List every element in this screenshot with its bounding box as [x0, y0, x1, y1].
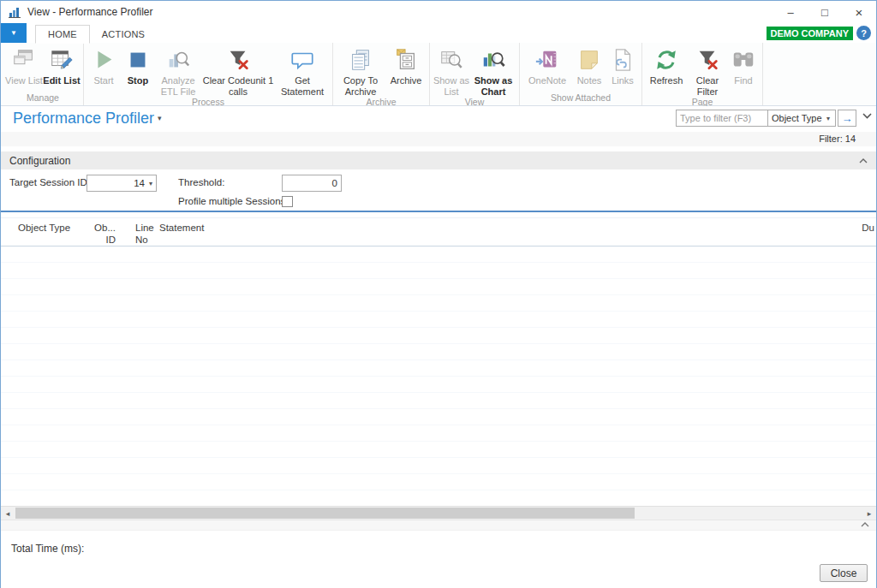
scroll-right-icon[interactable]: ▸ [862, 507, 876, 520]
ribbon-group-process: Start Stop [84, 43, 333, 105]
links-icon [610, 46, 635, 74]
ribbon-group-manage: View List Edit List Manage [3, 43, 84, 105]
collapse-configuration-chevron-icon[interactable] [859, 158, 868, 163]
profile-multiple-sessions-checkbox[interactable] [282, 196, 293, 207]
app-menu-button[interactable]: ▼ [1, 23, 27, 43]
target-session-id-select[interactable]: 14 ▾ [87, 175, 157, 192]
clear-filter-button[interactable]: Clear Filter [688, 43, 727, 97]
factbox-collapse-strip [1, 520, 876, 530]
refresh-icon [653, 46, 679, 74]
onenote-button[interactable]: OneNote [522, 43, 572, 86]
column-header-statement[interactable]: Statement [159, 222, 204, 234]
clear-filter-icon [695, 46, 720, 74]
links-button[interactable]: Links [606, 43, 639, 86]
view-list-button[interactable]: View List [5, 43, 43, 86]
apply-filter-button[interactable]: → [838, 110, 856, 127]
group-label-show-attached: Show Attached [522, 92, 639, 105]
stop-button[interactable]: Stop [121, 43, 155, 86]
ribbon-group-archive: Copy To Archive Archive [333, 43, 430, 105]
file-cabinet-icon [393, 46, 419, 74]
close-window-button[interactable]: × [842, 1, 876, 23]
column-header-duration[interactable]: Du [862, 222, 874, 234]
ribbon-tab-row: ▼ HOME ACTIONS DEMO COMPANY ? [1, 23, 876, 43]
speech-bubble-icon [289, 46, 315, 74]
notes-button[interactable]: Notes [572, 43, 606, 86]
analyze-etl-file-button[interactable]: Analyze ETL File [155, 43, 201, 97]
company-badge: DEMO COMPANY [767, 27, 853, 40]
close-button[interactable]: Close [820, 564, 868, 582]
configuration-section-title: Configuration [9, 155, 70, 167]
page-title-caret-icon[interactable]: ▾ [158, 114, 162, 122]
bar-chart-app-icon [8, 5, 21, 19]
sticky-note-icon [576, 46, 602, 74]
stop-icon [125, 46, 151, 74]
collapse-totals-chevron-icon[interactable] [861, 522, 869, 527]
scrollbar-thumb[interactable] [15, 508, 635, 519]
chevron-down-icon: ▾ [149, 180, 152, 187]
ribbon-group-page: Refresh Clear Filter [642, 43, 763, 105]
clear-codeunit-1-calls-button[interactable]: Clear Codeunit 1 calls [201, 43, 275, 97]
page-header: Performance Profiler▾ Object Type▾ → [1, 106, 876, 132]
expand-filter-pane-chevron-icon[interactable] [862, 113, 872, 119]
start-icon [91, 46, 116, 74]
page-title: Performance Profiler▾ [13, 110, 162, 128]
title-bar: View - Performance Profiler – □ × [1, 1, 876, 23]
edit-list-button[interactable]: Edit List [43, 43, 81, 86]
ribbon: View List Edit List Manage [1, 43, 876, 106]
copy-to-archive-button[interactable]: Copy To Archive [336, 43, 385, 97]
chevron-down-icon: ▾ [826, 115, 832, 122]
tab-home[interactable]: HOME [35, 25, 90, 44]
filter-summary: Filter: 14 [1, 132, 876, 146]
configuration-section-body: Target Session ID: 14 ▾ Threshold: Profi… [1, 169, 876, 212]
clear-filter-funnel-icon [225, 46, 251, 74]
results-table-header: Object Type Ob... ID Line No Statement D… [1, 217, 876, 246]
scroll-left-icon[interactable]: ◂ [1, 507, 15, 520]
archive-button[interactable]: Archive [385, 43, 427, 86]
threshold-field[interactable] [282, 175, 342, 192]
show-as-list-icon [438, 46, 464, 74]
column-header-object-id[interactable]: Ob... ID [81, 222, 116, 246]
help-icon[interactable]: ? [856, 26, 871, 40]
results-grid[interactable] [1, 246, 876, 506]
filter-input[interactable] [676, 110, 768, 127]
column-header-line-no[interactable]: Line No [135, 222, 154, 246]
configuration-section-header[interactable]: Configuration [1, 151, 876, 169]
minimize-button[interactable]: – [773, 1, 808, 23]
ribbon-group-view: Show as List Show as Chart [430, 43, 520, 105]
filter-column-select[interactable]: Object Type▾ [768, 110, 836, 127]
footer: Total Time (ms): Close [1, 530, 876, 588]
profile-multiple-sessions-label: Profile multiple Sessions: [178, 196, 288, 206]
ribbon-group-show-attached: OneNote Notes [520, 43, 642, 105]
binoculars-icon [731, 46, 756, 74]
total-time-label: Total Time (ms): [11, 543, 84, 555]
window-title: View - Performance Profiler [27, 6, 153, 18]
show-as-chart-icon [480, 46, 506, 74]
analyze-etl-file-icon [165, 46, 191, 74]
tab-actions[interactable]: ACTIONS [90, 26, 157, 43]
maximize-button[interactable]: □ [808, 1, 842, 23]
find-button[interactable]: Find [727, 43, 760, 86]
horizontal-scrollbar[interactable]: ◂ ▸ [1, 506, 876, 520]
get-statement-button[interactable]: Get Statement [275, 43, 330, 97]
edit-list-icon [49, 46, 75, 74]
copy-documents-icon [348, 46, 373, 74]
target-session-id-label: Target Session ID: [9, 177, 90, 187]
refresh-button[interactable]: Refresh [645, 43, 688, 86]
performance-profiler-window: View - Performance Profiler – □ × ▼ HOME… [0, 0, 877, 588]
column-header-object-type[interactable]: Object Type [18, 222, 70, 234]
threshold-label: Threshold: [178, 177, 224, 187]
group-label-manage: Manage [5, 92, 81, 105]
onenote-icon [534, 46, 560, 74]
start-button[interactable]: Start [87, 43, 121, 86]
view-list-icon [11, 46, 37, 74]
show-as-list-button[interactable]: Show as List [433, 43, 470, 97]
show-as-chart-button[interactable]: Show as Chart [470, 43, 516, 97]
